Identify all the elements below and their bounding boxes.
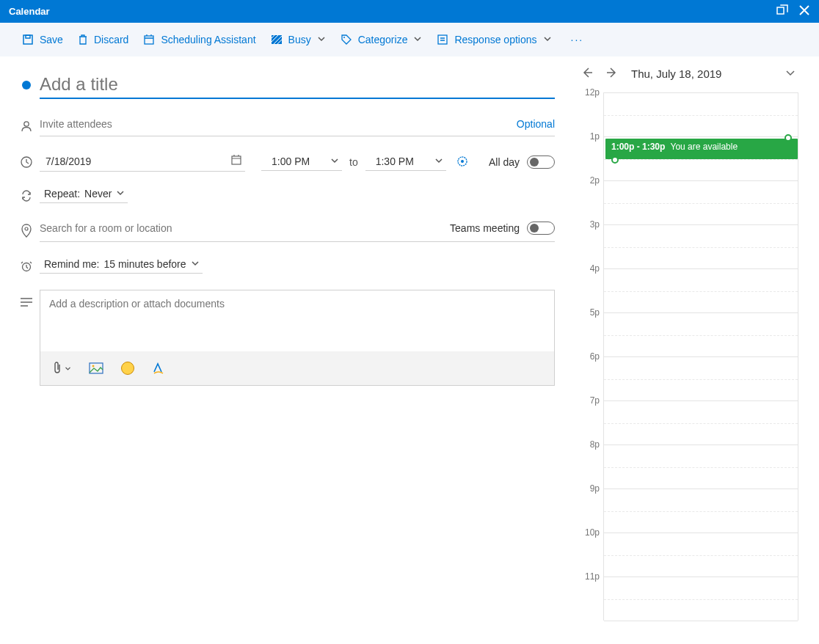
- svg-rect-3: [145, 36, 153, 44]
- hour-label: 7p: [578, 395, 600, 406]
- hour-row[interactable]: 12p: [604, 93, 798, 137]
- event-form: Optional 7/18/2019 1:00 PM: [0, 56, 577, 644]
- svg-rect-0: [777, 7, 784, 14]
- hour-label: 11p: [578, 571, 600, 582]
- optional-attendees-link[interactable]: Optional: [517, 118, 555, 130]
- repeat-value: Never: [84, 188, 112, 200]
- all-day-label: All day: [489, 156, 520, 168]
- svg-point-5: [343, 37, 345, 38]
- svg-rect-1: [23, 35, 32, 44]
- hour-row[interactable]: 8p: [604, 445, 798, 489]
- preview-date: Thu, July 18, 2019: [631, 67, 772, 80]
- event-status-label: You are available: [670, 142, 738, 152]
- start-time-value: 1:00 PM: [272, 155, 310, 167]
- start-time-picker[interactable]: 1:00 PM: [261, 154, 342, 171]
- person-icon: [13, 120, 40, 133]
- hour-row[interactable]: 9p: [604, 489, 798, 533]
- hour-row[interactable]: 6p: [604, 357, 798, 401]
- response-label: Response options: [454, 34, 536, 45]
- event-title-input[interactable]: [40, 71, 555, 99]
- skype-icon[interactable]: [456, 155, 468, 169]
- hour-label: 4p: [578, 263, 600, 274]
- save-label: Save: [40, 34, 63, 45]
- next-day-button[interactable]: [606, 67, 618, 81]
- chevron-down-icon: [330, 155, 339, 167]
- all-day-toggle[interactable]: [527, 155, 555, 169]
- insert-image-button[interactable]: [89, 362, 103, 374]
- preview-event[interactable]: 1:00p - 1:30p You are available: [605, 139, 798, 159]
- day-preview: Thu, July 18, 2019 12p1p2p3p4p5p6p7p8p9p…: [577, 56, 819, 644]
- hour-label: 1p: [578, 131, 600, 142]
- date-picker[interactable]: 7/18/2019: [40, 153, 245, 172]
- reminder-dropdown[interactable]: Remind me: 15 minutes before: [40, 258, 203, 274]
- open-new-window-icon[interactable]: [776, 4, 788, 18]
- expand-preview-button[interactable]: [785, 67, 796, 80]
- chevron-down-icon: [65, 362, 71, 374]
- command-bar: Save Discard Scheduling Assistant Busy C…: [0, 23, 819, 56]
- remind-label: Remind me:: [44, 258, 99, 270]
- hour-label: 3p: [578, 219, 600, 230]
- svg-rect-6: [438, 35, 447, 44]
- busy-dropdown[interactable]: Busy: [271, 34, 326, 45]
- hour-row[interactable]: 5p: [604, 313, 798, 357]
- location-icon: [13, 224, 40, 238]
- chevron-down-icon: [413, 34, 422, 45]
- calendar-icon: [230, 154, 242, 168]
- description-toolbar: [40, 351, 554, 385]
- description-input[interactable]: [40, 290, 554, 349]
- reminder-icon: [13, 260, 40, 273]
- hour-row[interactable]: 11p: [604, 577, 798, 621]
- calendar-color-dot: [22, 81, 31, 89]
- event-time-label: 1:00p - 1:30p: [611, 142, 665, 152]
- categorize-label: Categorize: [358, 34, 408, 45]
- more-options-button[interactable]: ···: [567, 34, 589, 45]
- prev-day-button[interactable]: [581, 67, 593, 81]
- date-value: 7/18/2019: [46, 155, 91, 167]
- chevron-down-icon: [116, 188, 125, 200]
- hour-row[interactable]: 2p: [604, 181, 798, 225]
- hour-row[interactable]: 4p: [604, 269, 798, 313]
- hour-row[interactable]: 10p: [604, 533, 798, 577]
- svg-rect-9: [232, 156, 241, 164]
- svg-point-7: [24, 121, 29, 125]
- hour-row[interactable]: 3p: [604, 225, 798, 269]
- repeat-icon: [13, 189, 40, 202]
- repeat-dropdown[interactable]: Repeat: Never: [40, 188, 128, 203]
- svg-rect-2: [26, 35, 30, 38]
- emoji-button[interactable]: [121, 362, 134, 375]
- title-bar: Calendar: [0, 0, 819, 23]
- hour-label: 12p: [578, 87, 600, 98]
- hour-label: 8p: [578, 439, 600, 450]
- response-options-dropdown[interactable]: Response options: [437, 34, 551, 45]
- clock-icon: [13, 155, 40, 169]
- teams-meeting-toggle[interactable]: [527, 222, 555, 235]
- scheduling-assistant-button[interactable]: Scheduling Assistant: [143, 34, 255, 45]
- svg-point-12: [25, 227, 28, 230]
- close-icon[interactable]: [798, 4, 810, 18]
- description-icon: [13, 290, 40, 307]
- categorize-dropdown[interactable]: Categorize: [341, 34, 423, 45]
- window-title: Calendar: [9, 6, 50, 17]
- end-time-picker[interactable]: 1:30 PM: [365, 154, 446, 171]
- repeat-label: Repeat:: [44, 188, 80, 200]
- save-button[interactable]: Save: [22, 34, 63, 45]
- discard-button[interactable]: Discard: [78, 34, 128, 45]
- end-time-value: 1:30 PM: [376, 155, 414, 167]
- svg-point-15: [92, 365, 95, 367]
- hour-label: 10p: [578, 527, 600, 538]
- hour-row[interactable]: 7p: [604, 401, 798, 445]
- attach-button[interactable]: [52, 362, 71, 375]
- hour-label: 2p: [578, 175, 600, 186]
- attendees-input[interactable]: [40, 115, 508, 133]
- location-input[interactable]: [40, 219, 441, 237]
- formatting-button[interactable]: [152, 362, 165, 375]
- busy-label: Busy: [288, 34, 311, 45]
- day-column[interactable]: 12p1p2p3p4p5p6p7p8p9p10p11p 1:00p - 1:30…: [603, 92, 798, 621]
- chevron-down-icon: [543, 34, 552, 45]
- scheduling-label: Scheduling Assistant: [161, 34, 255, 45]
- hour-label: 9p: [578, 483, 600, 494]
- hour-label: 6p: [578, 351, 600, 362]
- chevron-down-icon: [434, 155, 443, 167]
- teams-meeting-label: Teams meeting: [450, 222, 520, 234]
- discard-label: Discard: [94, 34, 128, 45]
